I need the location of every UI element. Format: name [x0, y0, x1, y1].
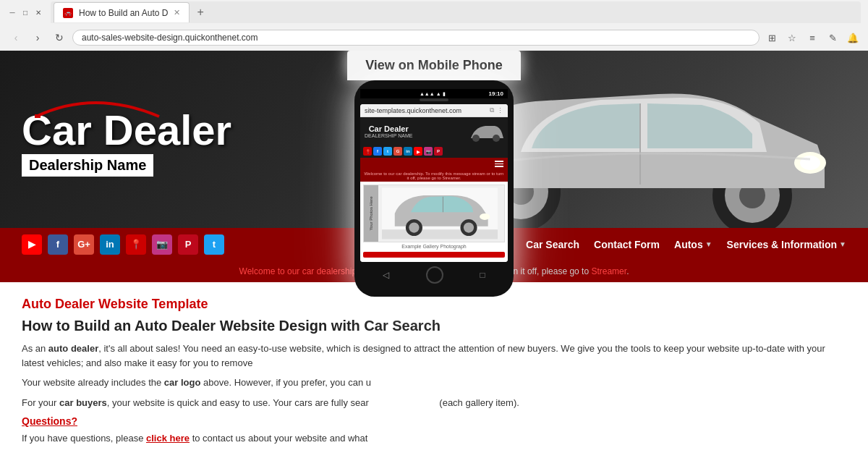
autos-dropdown-arrow: ▼ — [705, 240, 712, 248]
phone-device: ▲▲▲ ▲ ▮ 19:10 site-templates.quickonthen… — [354, 80, 514, 297]
url-bar[interactable] — [72, 30, 760, 46]
photos-here-text: Your Photos Here — [364, 185, 378, 242]
phone-social-7: 📷 — [424, 147, 433, 156]
svg-point-18 — [464, 222, 474, 232]
window-controls: ─ □ ✕ — [7, 7, 43, 17]
ham-line-2 — [495, 164, 503, 165]
mobile-overlay-label: View on Mobile Phone — [347, 51, 521, 80]
twitter-icon[interactable]: t — [204, 234, 224, 255]
address-bar-row: ‹ › ↻ ⊞ ☆ ≡ ✎ 🔔 — [0, 25, 868, 51]
phone-social-3: t — [383, 147, 392, 156]
phone-social-1: 📍 — [363, 147, 372, 156]
refresh-button[interactable]: ↻ — [51, 29, 68, 46]
phone-url-text: site-templates.quickonthenet.com — [365, 107, 461, 114]
phone-time: 19:10 — [489, 90, 503, 97]
minimize-button[interactable]: ─ — [7, 7, 17, 17]
bookmark-icon[interactable]: ☆ — [784, 30, 800, 46]
social-icons-nav: ▶ f G+ in 📍 📷 P t — [22, 234, 224, 255]
close-button[interactable]: ✕ — [33, 7, 43, 17]
logo-arc-icon — [22, 96, 166, 118]
youtube-icon[interactable]: ▶ — [22, 234, 42, 255]
back-button[interactable]: ‹ — [7, 29, 25, 46]
ham-line-1 — [495, 161, 503, 162]
photos-rotated-label: Your Photos Here — [369, 196, 373, 230]
questions-link[interactable]: Questions? — [22, 415, 846, 427]
nav-services[interactable]: Services & Information ▼ — [727, 239, 846, 250]
phone-dealership-label: DEALERSHIP NAME — [365, 133, 412, 138]
phone-car-thumbnail — [467, 120, 503, 142]
forward-button[interactable]: › — [29, 29, 46, 46]
main-content: Auto Dealer Website Template How to Buil… — [0, 282, 868, 444]
extensions-icon[interactable]: ⊞ — [764, 30, 780, 46]
instagram-icon[interactable]: 📷 — [152, 234, 172, 255]
click-here-link[interactable]: click here — [146, 433, 190, 444]
maps-icon[interactable]: 📍 — [126, 234, 146, 255]
nav-contact-form[interactable]: Contact Form — [594, 239, 660, 250]
phone-bottom-bar: ◁ □ — [360, 262, 508, 288]
phone-home-button[interactable] — [426, 266, 443, 284]
title-bar: ─ □ ✕ 🚗 How to Build an Auto D ✕ + — [0, 0, 868, 25]
tab-title: How to Build an Auto D — [79, 8, 168, 18]
svg-point-11 — [493, 135, 500, 142]
gallery-caption: Example Gallery Photograph — [363, 242, 505, 250]
services-dropdown-arrow: ▼ — [839, 240, 846, 248]
phone-social-8: P — [434, 147, 443, 156]
new-tab-button[interactable]: + — [192, 4, 208, 20]
phone-social-2: f — [373, 147, 382, 156]
browser-window: ─ □ ✕ 🚗 How to Build an Auto D ✕ + ‹ › ↻… — [0, 0, 868, 51]
phone-back-btn[interactable]: ◁ — [383, 270, 389, 280]
notifications-icon[interactable]: 🔔 — [845, 30, 861, 46]
phone-nav-bar — [360, 158, 508, 170]
phone-recent-btn[interactable]: □ — [480, 270, 485, 280]
facebook-icon[interactable]: f — [48, 234, 68, 255]
svg-point-10 — [472, 135, 480, 142]
phone-url-icon: ⧉ — [490, 106, 494, 114]
content-para-1: As an auto dealer, it's all about sales!… — [22, 342, 846, 370]
nav-autos[interactable]: Autos ▼ — [674, 239, 712, 250]
tab-favicon: 🚗 — [63, 8, 73, 18]
phone-logo: Car Dealer DEALERSHIP NAME — [365, 124, 412, 138]
page-content: Car Dealer Dealership Name — [0, 51, 868, 444]
phone-speaker — [420, 98, 448, 101]
phone-status-bar: ▲▲▲ ▲ ▮ 19:10 — [360, 89, 508, 98]
content-questions-para: If you have questions, please click here… — [22, 431, 846, 444]
phone-signal-icon: ▲▲▲ — [420, 91, 435, 96]
phone-social-row: 📍 f t G in ▶ 📷 P — [360, 145, 508, 158]
content-para-2: Your website already includes the car lo… — [22, 376, 846, 390]
googleplus-icon[interactable]: G+ — [74, 234, 94, 255]
linkedin-icon[interactable]: in — [100, 234, 120, 255]
ham-line-3 — [495, 166, 503, 167]
phone-wifi-icon: ▲ — [436, 91, 441, 96]
phone-hamburger-icon[interactable] — [495, 161, 503, 167]
phone-social-6: ▶ — [414, 147, 422, 156]
edit-icon[interactable]: ✎ — [825, 30, 841, 46]
svg-rect-0 — [35, 114, 41, 118]
menu-icon[interactable]: ≡ — [804, 30, 820, 46]
nav-car-search[interactable]: Car Search — [526, 239, 579, 250]
svg-rect-13 — [382, 229, 498, 239]
pinterest-icon[interactable]: P — [178, 234, 198, 255]
content-heading-h2: How to Build an Auto Dealer Website Desi… — [22, 318, 846, 334]
phone-url-bar[interactable]: site-templates.quickonthenet.com ⧉ ⋮ — [360, 104, 508, 117]
phone-logo-text: Car Dealer — [365, 124, 412, 133]
phone-site-header: Car Dealer DEALERSHIP NAME — [360, 117, 508, 145]
content-heading-red: Auto Dealer Website Template — [22, 297, 846, 312]
svg-point-16 — [409, 222, 419, 232]
content-para-3: For your car buyers, your website is qui… — [22, 396, 846, 410]
phone-social-4: G — [393, 147, 402, 156]
toolbar-icons: ⊞ ☆ ≡ ✎ 🔔 — [764, 30, 861, 46]
phone-gallery: Your Photos Here — [360, 182, 508, 262]
phone-screen: site-templates.quickonthenet.com ⧉ ⋮ Car… — [360, 104, 508, 262]
maximize-button[interactable]: □ — [20, 7, 30, 17]
logo-subtext: Dealership Name — [22, 154, 153, 177]
active-tab[interactable]: 🚗 How to Build an Auto D ✕ — [54, 2, 190, 22]
phone-social-5: in — [404, 147, 412, 156]
logo-area: Car Dealer Dealership Name — [22, 102, 231, 177]
gallery-car-svg — [382, 187, 498, 240]
svg-point-19 — [480, 213, 490, 220]
phone-status-icons: ▲▲▲ ▲ ▮ — [420, 91, 446, 97]
phone-action-button[interactable] — [363, 252, 505, 258]
phone-battery-icon: ▮ — [443, 91, 446, 97]
phone-url-menu: ⋮ — [497, 107, 503, 114]
tab-close-button[interactable]: ✕ — [174, 8, 180, 17]
